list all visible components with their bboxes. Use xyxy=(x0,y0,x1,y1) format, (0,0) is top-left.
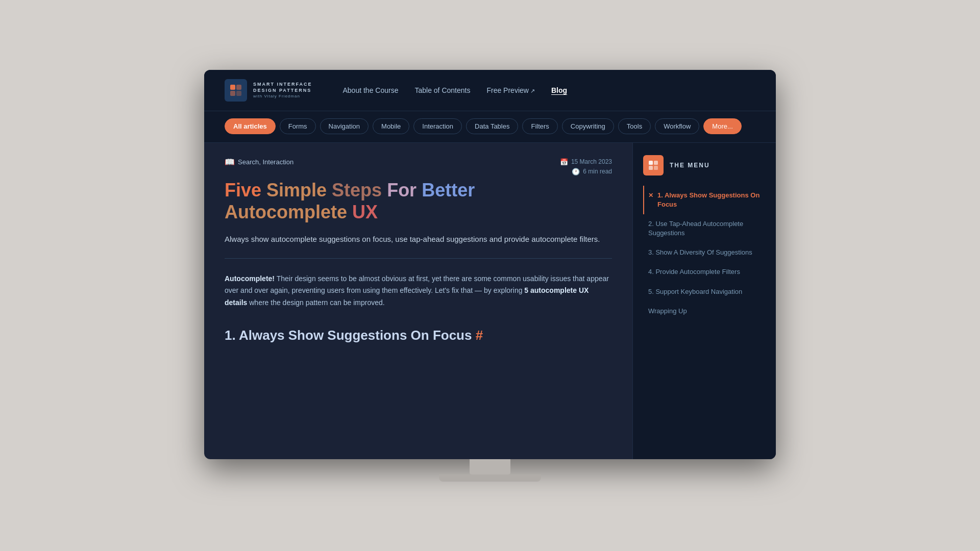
nav-blog[interactable]: Blog xyxy=(551,86,567,94)
toc-item-6-label: Wrapping Up xyxy=(648,307,687,316)
svg-rect-1 xyxy=(236,85,241,90)
cat-tools[interactable]: Tools xyxy=(618,118,651,134)
book-icon: 📖 xyxy=(225,157,235,167)
category-bar: All articles Forms Navigation Mobile Int… xyxy=(204,111,776,143)
breadcrumb-search[interactable]: Search xyxy=(238,158,259,166)
article-meta-header: 📖 Search, Interaction 📅 15 March 2023 🕐 xyxy=(225,157,612,177)
toc-item-4[interactable]: 4. Provide Autocomplete Filters xyxy=(643,262,766,282)
toc-item-2-label: 2. Use Tap-Ahead Autocomplete Suggestion… xyxy=(648,219,766,238)
toc-item-3[interactable]: 3. Show A Diversity Of Suggestions xyxy=(643,243,766,262)
toc-list: ✕ 1. Always Show Suggestions On Focus 2.… xyxy=(643,186,766,321)
breadcrumb-interaction: Interaction xyxy=(262,158,293,166)
cat-filters[interactable]: Filters xyxy=(522,118,557,134)
svg-rect-5 xyxy=(654,161,658,165)
toc-item-1[interactable]: ✕ 1. Always Show Suggestions On Focus xyxy=(643,186,766,214)
pullquote-end: where the design pattern can be improved… xyxy=(249,298,384,307)
section-heading-1-text: 1. Always Show Suggestions On Focus xyxy=(225,328,476,343)
toc-logo-box xyxy=(643,155,664,176)
content-area: 📖 Search, Interaction 📅 15 March 2023 🕐 xyxy=(204,143,776,459)
toc-item-3-label: 3. Show A Diversity Of Suggestions xyxy=(648,248,752,257)
nav-toc[interactable]: Table of Contents xyxy=(414,86,470,94)
article-pullquote: Autocomplete! Their design seems to be a… xyxy=(225,271,612,311)
logo-area: SMART INTERFACE DESIGN PATTERNS with Vit… xyxy=(225,79,312,102)
logo-icon xyxy=(225,79,247,102)
svg-rect-6 xyxy=(649,166,653,170)
cat-workflow[interactable]: Workflow xyxy=(655,118,699,134)
cat-navigation[interactable]: Navigation xyxy=(320,118,369,134)
cat-data-tables[interactable]: Data Tables xyxy=(466,118,518,134)
article-intro: Always show autocomplete suggestions on … xyxy=(225,233,612,246)
section-heading-1-hash: # xyxy=(476,328,483,343)
toc-item-4-label: 4. Provide Autocomplete Filters xyxy=(648,267,740,277)
section-heading-1: 1. Always Show Suggestions On Focus # xyxy=(225,328,612,343)
cat-mobile[interactable]: Mobile xyxy=(373,118,409,134)
logo-subtitle: with Vitaly Friedman xyxy=(253,94,312,98)
cat-forms[interactable]: Forms xyxy=(280,118,316,134)
toc-marker-1: ✕ xyxy=(648,191,653,200)
logo-text: SMART INTERFACE DESIGN PATTERNS with Vit… xyxy=(253,82,312,98)
toc-item-6[interactable]: Wrapping Up xyxy=(643,302,766,321)
svg-rect-3 xyxy=(236,91,241,96)
toc-item-1-label: 1. Always Show Suggestions On Focus xyxy=(657,191,766,209)
meta-date-row: 📅 15 March 2023 xyxy=(560,158,612,166)
toc-item-5-label: 5. Support Keyboard Navigation xyxy=(648,287,742,296)
sidebar-toc: THE MENU ✕ 1. Always Show Suggestions On… xyxy=(633,143,776,459)
toc-header: THE MENU xyxy=(643,155,766,176)
cat-interaction[interactable]: Interaction xyxy=(413,118,462,134)
stand-neck xyxy=(470,459,510,474)
article-read-time: 6 min read xyxy=(583,168,612,175)
toc-item-5[interactable]: 5. Support Keyboard Navigation xyxy=(643,282,766,302)
logo-title: SMART INTERFACE DESIGN PATTERNS xyxy=(253,82,312,93)
nav-about[interactable]: About the Course xyxy=(343,86,399,94)
svg-rect-4 xyxy=(649,161,653,165)
calendar-icon: 📅 xyxy=(560,158,568,166)
monitor-stand xyxy=(439,459,541,482)
pullquote-bold: Autocomplete! xyxy=(225,274,275,283)
article-divider xyxy=(225,258,612,259)
main-nav: About the Course Table of Contents Free … xyxy=(343,86,568,94)
monitor-frame: SMART INTERFACE DESIGN PATTERNS with Vit… xyxy=(204,70,776,459)
breadcrumb: 📖 Search, Interaction xyxy=(225,157,293,167)
toc-title: THE MENU xyxy=(670,162,710,169)
meta-time-row: 🕐 6 min read xyxy=(572,168,612,176)
svg-rect-0 xyxy=(230,85,235,90)
article-date: 15 March 2023 xyxy=(571,158,612,165)
breadcrumb-text: Search, Interaction xyxy=(238,158,293,166)
article-meta: 📅 15 March 2023 🕐 6 min read xyxy=(560,158,612,176)
svg-rect-7 xyxy=(654,166,658,170)
toc-item-2[interactable]: 2. Use Tap-Ahead Autocomplete Suggestion… xyxy=(643,214,766,243)
nav-preview[interactable]: Free Preview xyxy=(486,86,535,94)
svg-rect-2 xyxy=(230,91,235,96)
cat-copywriting[interactable]: Copywriting xyxy=(562,118,614,134)
stand-base xyxy=(439,474,541,482)
cat-all-articles[interactable]: All articles xyxy=(225,118,276,134)
cat-more[interactable]: More... xyxy=(703,118,741,134)
article-main: 📖 Search, Interaction 📅 15 March 2023 🕐 xyxy=(204,143,633,459)
clock-icon: 🕐 xyxy=(572,168,580,176)
site-header: SMART INTERFACE DESIGN PATTERNS with Vit… xyxy=(204,70,776,111)
article-title: Five Simple Steps For Better Autocomplet… xyxy=(225,179,612,223)
